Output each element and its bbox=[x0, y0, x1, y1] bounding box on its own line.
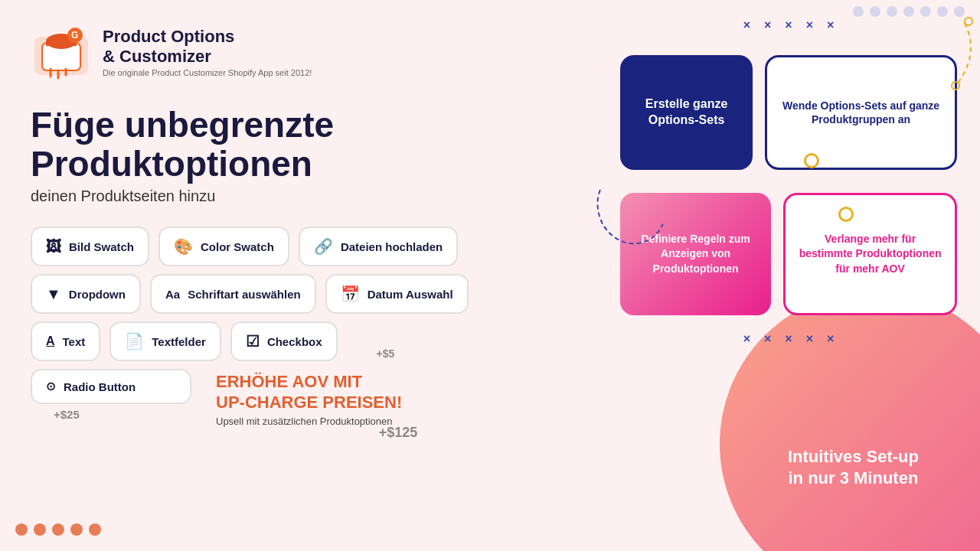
color-swatch-icon: 🎨 bbox=[174, 237, 193, 256]
app-title: Product Options & Customizer bbox=[103, 27, 312, 67]
gold-circle-2 bbox=[838, 207, 854, 222]
x-mark-3: × bbox=[785, 18, 792, 32]
right-section: × × × × × Erstelle ganze Options-Sets We… bbox=[612, 0, 980, 551]
feature-textfelder[interactable]: 📄 Textfelder bbox=[109, 321, 221, 361]
feature-bild-swatch[interactable]: 🖼 Bild Swatch bbox=[31, 227, 149, 266]
textfelder-icon: 📄 bbox=[125, 332, 144, 350]
price-25: +$25 bbox=[54, 408, 80, 421]
feature-text[interactable]: A Text bbox=[31, 321, 100, 361]
svg-text:G: G bbox=[71, 30, 78, 41]
feature-radio-button[interactable]: ⊙ Radio Button bbox=[31, 369, 191, 404]
header: G Product Options & Customizer Die origi… bbox=[31, 21, 582, 83]
card-erstelle-sets[interactable]: Erstelle ganze Options-Sets bbox=[620, 55, 753, 170]
dashed-arc-top bbox=[827, 15, 980, 92]
feature-dateien-hochladen[interactable]: 🔗 Dateien hochladen bbox=[299, 227, 458, 266]
x-mark-b2: × bbox=[764, 332, 771, 346]
feature-dropdown[interactable]: ▼ Dropdown bbox=[31, 274, 141, 314]
aov-section: +$5 ERHÖHE AOV MITUP-CHARGE PREISEN! Ups… bbox=[216, 369, 402, 427]
dot-orange-5 bbox=[89, 523, 101, 536]
dateien-hochladen-icon: 🔗 bbox=[314, 237, 333, 256]
radio-icon: ⊙ bbox=[46, 380, 56, 393]
x-mark-4: × bbox=[806, 18, 813, 32]
schriftart-icon: Aa bbox=[165, 288, 180, 301]
checkbox-icon: ☑ bbox=[246, 332, 260, 350]
features-row-1: 🖼 Bild Swatch 🎨 Color Swatch 🔗 Dateien h… bbox=[31, 227, 582, 266]
x-mark-b4: × bbox=[806, 332, 813, 346]
x-mark-b1: × bbox=[743, 332, 750, 346]
svg-point-7 bbox=[952, 82, 959, 90]
feature-color-swatch[interactable]: 🎨 Color Swatch bbox=[158, 227, 289, 266]
left-section: G Product Options & Customizer Die origi… bbox=[0, 0, 612, 551]
x-mark-b3: × bbox=[785, 332, 792, 346]
features-row-4: ⊙ Radio Button +$25 +$5 ERHÖHE AOV MITUP… bbox=[31, 369, 582, 427]
feature-checkbox[interactable]: ☑ Checkbox bbox=[230, 321, 338, 361]
hero-heading: Füge unbegrenzte Produktoptionen bbox=[31, 106, 582, 183]
dot-orange-3 bbox=[52, 523, 64, 536]
x-mark-2: × bbox=[764, 18, 771, 32]
feature-datum[interactable]: 📅 Datum Auswahl bbox=[325, 274, 469, 314]
datum-icon: 📅 bbox=[341, 285, 360, 303]
main-container: G Product Options & Customizer Die origi… bbox=[0, 0, 980, 551]
x-marks-bottom: × × × × × bbox=[620, 332, 957, 346]
features-row-2: ▼ Dropdown Aa Schriftart auswählen 📅 Dat… bbox=[31, 274, 582, 314]
hero-section: Füge unbegrenzte Produktoptionen deinen … bbox=[31, 106, 582, 205]
hero-subheading: deinen Produktseiten hinzu bbox=[31, 187, 582, 205]
card-verlange-mehr[interactable]: Verlange mehr für bestimmte Produktoptio… bbox=[783, 193, 957, 315]
dot-orange-1 bbox=[15, 523, 28, 536]
price-5: +$5 bbox=[377, 347, 395, 360]
bild-swatch-icon: 🖼 bbox=[46, 238, 61, 256]
feature-schriftart[interactable]: Aa Schriftart auswählen bbox=[150, 274, 316, 314]
svg-point-6 bbox=[965, 18, 972, 25]
logo-text: Product Options & Customizer Die origina… bbox=[103, 27, 312, 78]
price-125: +$125 bbox=[379, 425, 418, 441]
text-icon: A bbox=[46, 334, 55, 348]
features-row-3: A Text 📄 Textfelder ☑ Checkbox bbox=[31, 321, 582, 361]
cta-text: Intuitives Set-upin nur 3 Minuten bbox=[788, 446, 919, 490]
dot-orange-4 bbox=[70, 523, 83, 536]
gold-circle-1 bbox=[804, 153, 819, 168]
cards-bottom: Definiere Regeln zum Anzeigen von Produk… bbox=[620, 193, 957, 315]
x-mark-b5: × bbox=[827, 332, 834, 346]
features-grid: 🖼 Bild Swatch 🎨 Color Swatch 🔗 Dateien h… bbox=[31, 227, 582, 427]
x-mark-1: × bbox=[743, 18, 750, 32]
app-subtitle: Die originale Product Customizer Shopify… bbox=[103, 68, 312, 77]
dropdown-icon: ▼ bbox=[46, 285, 61, 303]
dot-orange-2 bbox=[34, 523, 46, 536]
aov-title: ERHÖHE AOV MITUP-CHARGE PREISEN! bbox=[216, 372, 402, 412]
dots-bottom-left bbox=[15, 523, 101, 536]
aov-subtitle: Upsell mit zusätzlichen Produktoptionen bbox=[216, 416, 402, 427]
logo-icon: G bbox=[31, 21, 92, 83]
